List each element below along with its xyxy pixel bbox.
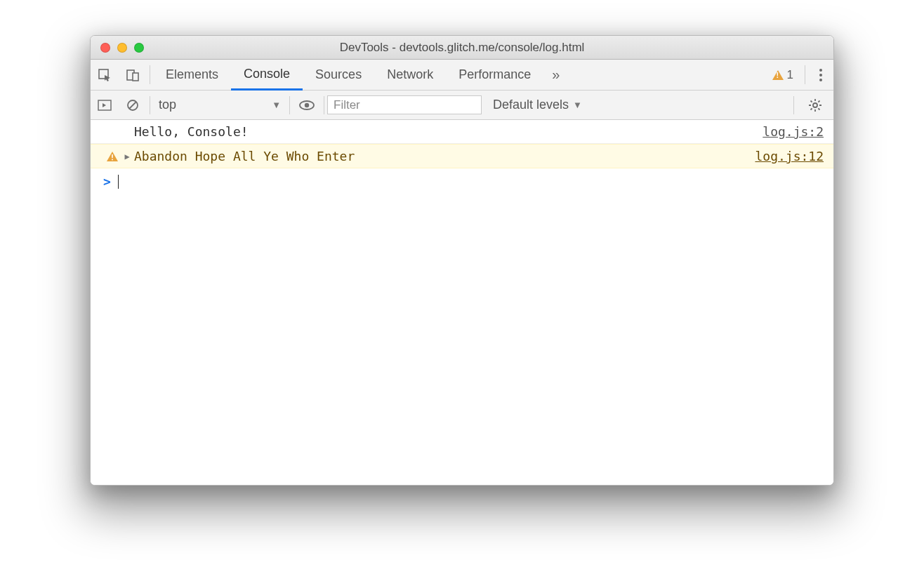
svg-rect-18 <box>112 159 113 160</box>
close-window-button[interactable] <box>100 43 110 53</box>
tab-elements[interactable]: Elements <box>153 60 231 90</box>
svg-rect-2 <box>133 73 138 81</box>
warning-count: 1 <box>787 68 793 82</box>
clear-console-icon[interactable] <box>119 98 147 112</box>
tab-sources[interactable]: Sources <box>303 60 374 90</box>
inspect-element-icon[interactable] <box>91 60 119 90</box>
source-link[interactable]: log.js:2 <box>763 124 824 139</box>
separator <box>289 96 290 114</box>
device-toolbar-icon[interactable] <box>119 60 147 90</box>
console-settings-icon[interactable] <box>797 98 833 112</box>
console-prompt[interactable]: > <box>91 168 833 194</box>
svg-line-14 <box>818 108 819 109</box>
separator <box>793 96 794 114</box>
filter-input[interactable]: Filter <box>327 95 482 114</box>
svg-line-5 <box>129 102 136 109</box>
titlebar: DevTools - devtools.glitch.me/console/lo… <box>91 36 833 60</box>
minimize-window-button[interactable] <box>117 43 127 53</box>
chevron-down-icon: ▼ <box>573 100 582 110</box>
svg-line-15 <box>811 108 812 109</box>
separator <box>324 96 324 114</box>
svg-point-7 <box>305 102 309 107</box>
devtools-tabs: Elements Console Sources Network Perform… <box>91 60 833 91</box>
devtools-window: DevTools - devtools.glitch.me/console/lo… <box>90 35 834 486</box>
expand-toggle[interactable]: ▶ <box>121 152 133 161</box>
console-output: Hello, Console! log.js:2 ▶ Abandon Hope … <box>91 120 833 485</box>
tab-console[interactable]: Console <box>231 60 303 91</box>
levels-label: Default levels <box>493 98 569 112</box>
log-levels-selector[interactable]: Default levels ▼ <box>482 98 593 112</box>
svg-line-16 <box>818 100 819 102</box>
console-entry-warn: ▶ Abandon Hope All Ye Who Enter log.js:1… <box>91 144 833 168</box>
svg-point-8 <box>813 103 817 107</box>
warnings-badge[interactable]: 1 <box>764 60 802 90</box>
console-entry-log: Hello, Console! log.js:2 <box>91 120 833 144</box>
log-message: Hello, Console! <box>133 124 763 139</box>
console-toolbar: top ▼ Filter Default levels ▼ <box>91 91 833 120</box>
zoom-window-button[interactable] <box>134 43 144 53</box>
separator <box>150 96 150 114</box>
traffic-lights <box>91 43 144 53</box>
filter-placeholder: Filter <box>334 98 360 112</box>
more-tabs-icon[interactable]: » <box>543 60 568 90</box>
svg-rect-17 <box>112 154 113 158</box>
window-title: DevTools - devtools.glitch.me/console/lo… <box>91 41 833 55</box>
svg-line-13 <box>811 100 812 102</box>
chevron-down-icon: ▼ <box>272 100 281 110</box>
tab-network[interactable]: Network <box>374 60 446 90</box>
live-expression-icon[interactable] <box>293 100 321 110</box>
log-message: Abandon Hope All Ye Who Enter <box>133 149 755 163</box>
tab-performance[interactable]: Performance <box>446 60 543 90</box>
execution-context-selector[interactable]: top ▼ <box>153 98 286 112</box>
separator <box>150 65 150 84</box>
context-label: top <box>159 98 176 112</box>
settings-menu-icon[interactable] <box>808 60 833 90</box>
warning-icon <box>103 152 121 161</box>
warning-icon <box>772 70 784 80</box>
text-cursor <box>118 175 119 189</box>
separator <box>805 65 805 84</box>
prompt-chevron-icon: > <box>103 174 111 189</box>
toggle-sidebar-icon[interactable] <box>91 100 119 111</box>
source-link[interactable]: log.js:12 <box>755 149 824 163</box>
